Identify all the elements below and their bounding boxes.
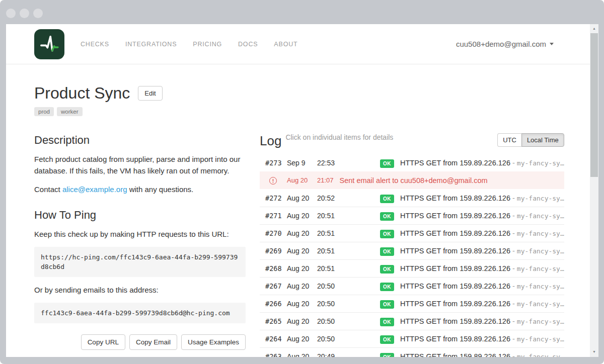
tag-worker[interactable]: worker (57, 107, 83, 116)
account-email: cuu508+demo@gmail.com (456, 40, 546, 48)
message-separator: - (512, 300, 517, 308)
log-row[interactable]: #269Aug 2020:51OKHTTPS GET from 159.89.2… (260, 242, 564, 259)
contact-email-link[interactable]: alice@example.org (62, 185, 127, 194)
ok-badge: OK (380, 265, 394, 274)
account-menu[interactable]: cuu508+demo@gmail.com (456, 40, 554, 48)
log-row[interactable]: #270Aug 2020:51OKHTTPS GET from 159.89.2… (260, 224, 564, 242)
log-entry-message: HTTPS GET from 159.89.226.126 - my-fancy… (400, 212, 564, 220)
remote-host-name: my-fancy-sy… (517, 335, 564, 343)
log-entry-message: HTTPS GET from 159.89.226.126 - my-fancy… (400, 335, 564, 343)
nav-link-about[interactable]: ABOUT (274, 41, 297, 48)
alert-icon-cell: ! (265, 176, 287, 185)
contact-line: Contact alice@example.org with any quest… (34, 184, 246, 195)
log-row[interactable]: #268Aug 2020:51OKHTTPS GET from 159.89.2… (260, 259, 564, 277)
main-content: Product Sync Edit prod worker Descriptio… (6, 83, 590, 357)
log-row[interactable]: #267Aug 2020:50OKHTTPS GET from 159.89.2… (260, 277, 564, 295)
log-entry-date: Aug 20 (287, 335, 317, 343)
log-entry-message: HTTPS GET from 159.89.226.126 - my-fancy… (400, 264, 564, 272)
scrollbar-thumb[interactable] (590, 33, 598, 177)
log-row[interactable]: #264Aug 2020:50OKHTTPS GET from 159.89.2… (260, 330, 564, 347)
log-entry-number: #272 (265, 194, 287, 202)
window-control-dot[interactable] (33, 9, 43, 18)
nav-link-docs[interactable]: DOCS (238, 41, 258, 48)
remote-host-name: my-fancy-sy… (517, 159, 564, 167)
log-entry-date: Sep 9 (287, 159, 317, 167)
ping-email-code: ffc143c9-6aea-44fa-b299-599739d8cb6d@hc-… (34, 303, 246, 323)
utc-toggle-button[interactable]: UTC (497, 133, 521, 147)
ok-badge-cell: OK (380, 229, 400, 237)
nav-link-integrations[interactable]: INTEGRATIONS (125, 41, 177, 48)
local-time-toggle-button[interactable]: Local Time (521, 133, 564, 147)
log-entry-number: #269 (265, 247, 287, 255)
log-entry-number: #267 (265, 282, 287, 290)
tag-prod[interactable]: prod (34, 107, 54, 116)
ok-badge: OK (380, 230, 394, 238)
ok-badge-cell: OK (380, 264, 400, 272)
log-row[interactable]: #266Aug 2020:50OKHTTPS GET from 159.89.2… (260, 295, 564, 312)
log-entry-list: #273Sep 922:53OKHTTPS GET from 159.89.22… (260, 154, 564, 357)
remote-host-name: my-fancy-sy… (517, 195, 564, 202)
ping-url-intro: Keep this check up by making HTTP reques… (34, 228, 246, 240)
edit-button[interactable]: Edit (138, 86, 162, 101)
log-entry-number: #264 (265, 335, 287, 343)
log-row[interactable]: #271Aug 2020:51OKHTTPS GET from 159.89.2… (260, 207, 564, 224)
log-entry-number: #263 (265, 352, 287, 357)
remote-host-name: my-fancy-sy… (517, 318, 564, 325)
page-header: Product Sync Edit prod worker (34, 83, 561, 116)
window-control-dot[interactable] (6, 9, 16, 18)
usage-examples-button[interactable]: Usage Examples (181, 334, 246, 350)
nav-link-checks[interactable]: CHECKS (81, 41, 109, 48)
chevron-down-icon (550, 43, 554, 45)
ok-badge: OK (380, 195, 394, 203)
ok-badge-cell: OK (380, 212, 400, 220)
ok-badge-cell: OK (380, 282, 400, 290)
healthchecks-logo[interactable] (34, 29, 64, 59)
log-row[interactable]: #263Aug 2020:49OKHTTPS GET from 159.89.2… (260, 347, 564, 357)
remote-host-name: my-fancy-sy… (517, 353, 564, 357)
log-entry-number: #271 (265, 212, 287, 220)
ok-badge: OK (380, 318, 394, 326)
log-row[interactable]: #272Aug 2020:52OKHTTPS GET from 159.89.2… (260, 189, 564, 207)
tag-list: prod worker (34, 107, 561, 116)
nav-link-pricing[interactable]: PRICING (193, 41, 222, 48)
log-entry-time: 20:51 (317, 264, 380, 272)
ok-badge-cell: OK (380, 352, 400, 357)
log-entry-time: 20:49 (317, 352, 380, 357)
log-entry-message: HTTPS GET from 159.89.226.126 - my-fancy… (400, 300, 564, 308)
ok-badge-cell: OK (380, 247, 400, 255)
log-entry-date: Aug 20 (287, 264, 317, 272)
ping-url-code: https://hc-ping.com/ffc143c9-6aea-44fa-b… (34, 247, 246, 277)
copy-url-button[interactable]: Copy URL (81, 334, 125, 350)
log-entry-time: 20:50 (317, 335, 380, 343)
description-heading: Description (34, 133, 246, 147)
log-entry-number: #265 (265, 317, 287, 325)
scrollbar-up-arrow[interactable]: ▲ (590, 24, 598, 33)
message-separator: - (512, 264, 517, 272)
message-separator: - (512, 229, 517, 237)
ok-badge: OK (380, 300, 394, 309)
log-entry-message: HTTPS GET from 159.89.226.126 - my-fancy… (400, 317, 564, 325)
log-entry-date: Aug 20 (287, 176, 317, 184)
log-entry-time: 20:51 (317, 212, 380, 220)
ok-badge-cell: OK (380, 300, 400, 308)
window-control-dot[interactable] (20, 9, 29, 18)
log-alert-row[interactable]: !Aug 2021:07Sent email alert to cuu508+d… (260, 171, 564, 189)
page-scrollbar[interactable]: ▲ ▼ (590, 24, 598, 357)
ok-badge: OK (380, 247, 394, 256)
log-row[interactable]: #265Aug 2020:50OKHTTPS GET from 159.89.2… (260, 312, 564, 330)
log-entry-message: Sent email alert to cuu508+demo@gmail.co… (340, 176, 564, 185)
message-separator: - (512, 352, 517, 357)
ok-badge-cell: OK (380, 159, 400, 167)
log-entry-number: #268 (265, 264, 287, 272)
timezone-toggle: UTC Local Time (497, 133, 564, 147)
log-entry-number: #273 (265, 159, 287, 167)
log-entry-time: 21:07 (317, 176, 334, 184)
details-column: Description Fetch product catalog from s… (34, 133, 246, 357)
scrollbar-down-arrow[interactable]: ▼ (590, 347, 598, 356)
ok-badge-cell: OK (380, 194, 400, 202)
log-entry-number: #266 (265, 300, 287, 308)
app-viewport: CHECKS INTEGRATIONS PRICING DOCS ABOUT c… (6, 24, 590, 357)
description-text: Fetch product catalog from supplier, par… (34, 153, 246, 176)
log-row[interactable]: #273Sep 922:53OKHTTPS GET from 159.89.22… (260, 154, 564, 171)
copy-email-button[interactable]: Copy Email (129, 334, 177, 350)
